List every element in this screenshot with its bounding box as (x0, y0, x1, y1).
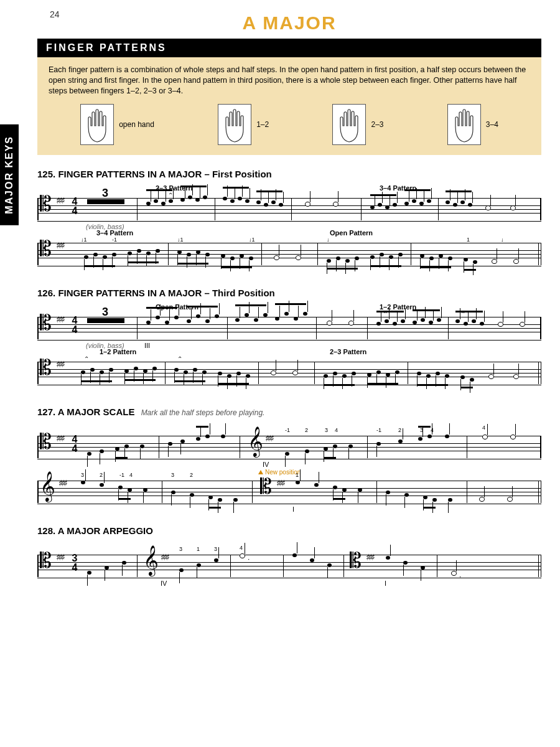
staff-line: 𝄡 ♯♯♯ 34 𝄞 ♯♯♯ IV 3 1 3 4 · (37, 541, 541, 586)
hand-label: 3–4 (486, 120, 498, 129)
pattern-label: 2–3 Pattern (330, 348, 366, 355)
fingering: 4 (335, 427, 338, 433)
fingering: 3 (214, 546, 217, 552)
exercise-instruction: Mark all the half steps before playing. (141, 408, 265, 417)
key-signature: ♯♯♯ (56, 314, 63, 324)
page-number: 24 (50, 9, 60, 19)
exercise-number: 128. (37, 525, 55, 536)
alto-clef-icon: 𝄡 (40, 312, 52, 333)
time-signature: 44 (71, 435, 78, 453)
hand-icon (80, 104, 114, 145)
caret-icon: ⌃ (177, 355, 182, 362)
hand-label: 1–2 (256, 120, 269, 129)
time-signature: 44 (71, 316, 78, 334)
alto-clef-icon: 𝄡 (40, 193, 52, 214)
hand-icon (218, 104, 251, 145)
fingering: ↓ (327, 237, 330, 243)
exercise-number: 125. (37, 169, 55, 179)
staff-line: 𝄡 ♯♯♯ 1–2 Pattern ⌃ ⌃ 2–3 Pattern (37, 348, 541, 393)
exercise-title: A MAJOR ARPEGGIO (58, 525, 153, 536)
exercise-125: 125. FINGER PATTERNS IN A MAJOR – First … (37, 169, 541, 274)
pattern-label: Open Pattern (330, 229, 373, 237)
intro-text: Each finger pattern is a combination of … (49, 65, 530, 96)
fingering: 4 (240, 545, 243, 551)
staff-line: 𝄡 ♯♯♯ 3–4 Pattern ↓1 -1 ↓1 ↓1 (37, 229, 541, 274)
finger-patterns-heading: FINGER PATTERNS (37, 39, 541, 57)
fingering: 2 (398, 427, 401, 433)
hand-1-2: 1–2 (218, 104, 269, 145)
roman-numeral: IV (161, 580, 167, 587)
exercise-title: FINGER PATTERNS IN A MAJOR – Third Posit… (58, 288, 274, 298)
staff-line: 𝄡 ♯♯♯ 44 3 (violin, bass) III Open Patte… (37, 303, 541, 348)
fingering: 3 (171, 472, 174, 478)
fingering: -1 (119, 472, 124, 478)
alto-clef-icon: 𝄡 (40, 431, 52, 452)
treble-clef-icon: 𝄞 (248, 428, 263, 454)
treble-clef-icon: 𝄞 (143, 547, 159, 573)
pattern-label: 3–4 Pattern (96, 229, 133, 237)
alto-clef-icon: 𝄡 (40, 238, 52, 259)
fingering: 3 (81, 472, 84, 478)
fingering: 2 (100, 472, 103, 478)
fingering: ↓1 (177, 237, 184, 243)
key-signature: ♯♯♯ (161, 552, 168, 562)
caret-icon: ⌃ (84, 355, 89, 362)
staff-line: 𝄞 ♯♯♯ 3 2 -1 4 3 2 𝄡 (37, 467, 541, 512)
fingering: ↓1 (249, 237, 255, 243)
fingering: -1 (376, 427, 381, 433)
exercise-126: 126. FINGER PATTERNS IN A MAJOR – Third … (37, 288, 541, 393)
exercise-127: 127. A MAJOR SCALE Mark all the half ste… (37, 406, 541, 512)
key-signature: ♯♯♯ (56, 433, 63, 443)
pattern-label: 1–2 Pattern (100, 348, 136, 355)
hand-label: open hand (119, 120, 154, 129)
hand-icon (447, 104, 481, 145)
fingering: 2 (305, 427, 308, 433)
multirest-number: 3 (102, 187, 108, 200)
fingering: -1 (112, 237, 117, 243)
finger-patterns-box: Each finger pattern is a combination of … (37, 57, 541, 155)
fingering: 4 (129, 472, 133, 478)
fingering: 1 (197, 546, 200, 552)
alto-clef-icon: 𝄡 (40, 550, 52, 571)
exercise-number: 126. (37, 288, 55, 298)
fingering: 1 (296, 472, 299, 478)
staff-line: 𝄡 ♯♯♯ 44 3 (violin, bass) 2–3 Pattern ⌃ (37, 184, 541, 229)
treble-clef-icon: 𝄞 (40, 473, 55, 499)
dot-icon: · (248, 555, 250, 563)
hand-label: 2–3 (371, 120, 383, 129)
page-title: A MAJOR (37, 12, 541, 34)
key-signature: ♯♯♯ (56, 195, 63, 205)
hand-icon (332, 104, 366, 145)
fingering: 1 (467, 237, 470, 243)
key-signature: ♯♯♯ (56, 359, 63, 369)
time-signature: 34 (71, 553, 78, 572)
fingering: -1 (285, 427, 290, 433)
hand-diagrams-row: open hand 1–2 2–3 3–4 (49, 104, 530, 145)
fingering: 4 (482, 425, 485, 431)
side-tab-major-keys: MAJOR KEYS (0, 125, 19, 225)
fingering: 3 (325, 427, 328, 433)
caret-icon: ⌃ (168, 192, 173, 199)
key-signature: ♯♯♯ (265, 433, 273, 443)
key-signature: ♯♯♯ (56, 552, 63, 562)
key-signature: ♯♯♯ (366, 552, 373, 562)
fingering: 2 (190, 472, 193, 478)
pattern-label: 1–2 Pattern (380, 303, 416, 311)
hand-open: open hand (80, 104, 154, 145)
key-signature: ♯♯♯ (276, 478, 284, 488)
alto-clef-icon: 𝄡 (350, 550, 362, 571)
exercise-title: A MAJOR SCALE (58, 406, 135, 417)
fingering: 3 (179, 546, 182, 552)
alto-clef-icon: 𝄡 (40, 357, 52, 378)
exercise-128: 128. A MAJOR ARPEGGIO 𝄡 ♯♯♯ 34 𝄞 ♯♯♯ IV … (37, 525, 541, 586)
roman-numeral: I (292, 505, 294, 513)
dot-icon: · (459, 572, 461, 581)
exercise-number: 127. (37, 406, 55, 417)
key-signature: ♯♯♯ (58, 478, 66, 488)
key-signature: ♯♯♯ (56, 240, 63, 250)
fingering: ↓1 (81, 237, 87, 243)
fingering: ↓ (501, 237, 504, 243)
exercise-title: FINGER PATTERNS IN A MAJOR – First Posit… (58, 169, 271, 179)
roman-numeral: I (385, 580, 386, 587)
staff-line: 𝄡 ♯♯♯ 44 𝄞 ♯♯♯ IV New position -1 (37, 422, 541, 467)
